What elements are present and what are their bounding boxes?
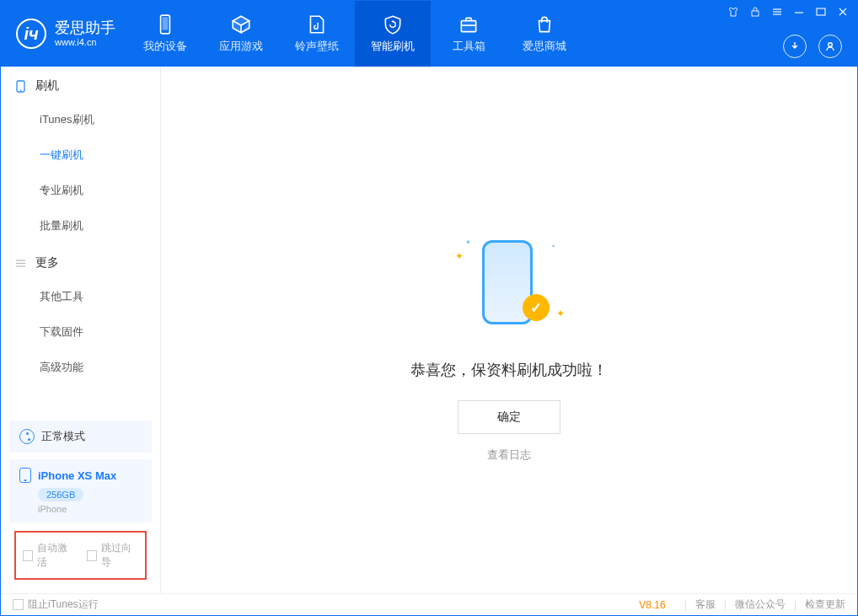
nav-my-device[interactable]: 我的设备 [127, 1, 203, 67]
close-icon[interactable] [837, 6, 849, 18]
sparkle-icon: ✦ [556, 308, 565, 319]
nav-toolbox[interactable]: 工具箱 [431, 1, 507, 67]
sidebar-item-oneclick-flash[interactable]: 一键刷机 [1, 137, 160, 173]
sparkle-icon: ✦ [465, 238, 471, 246]
mode-icon [19, 429, 35, 444]
checkbox-icon [23, 550, 33, 561]
svg-rect-2 [461, 21, 475, 32]
success-message: 恭喜您，保资料刷机成功啦！ [410, 360, 608, 380]
group-title: 更多 [35, 255, 59, 271]
sidebar-item-other-tools[interactable]: 其他工具 [1, 279, 160, 314]
wechat-link[interactable]: 微信公众号 [735, 597, 786, 612]
minimize-icon[interactable] [793, 6, 805, 18]
checkbox-auto-activate[interactable]: 自动激活 [23, 541, 75, 570]
mode-card[interactable]: 正常模式 [9, 420, 152, 453]
checkbox-label: 阻止iTunes运行 [28, 597, 99, 612]
list-icon [14, 257, 27, 270]
version-label: V8.16 [639, 599, 665, 611]
maximize-icon[interactable] [815, 6, 827, 18]
check-update-link[interactable]: 检查更新 [805, 597, 845, 612]
nav-label: 铃声壁纸 [295, 39, 339, 54]
nav-store[interactable]: 爱思商城 [507, 1, 582, 67]
svg-rect-9 [817, 8, 825, 15]
status-bar: 阻止iTunes运行 V8.16 | 客服 | 微信公众号 | 检查更新 [1, 593, 857, 615]
device-name: iPhone XS Max [38, 469, 116, 482]
main-nav: 我的设备 应用游戏 铃声壁纸 智能刷机 工具箱 爱思商城 [127, 1, 582, 67]
sparkle-icon: • [552, 242, 555, 249]
device-card[interactable]: iPhone XS Max 256GB iPhone [9, 459, 152, 522]
group-title: 刷机 [35, 78, 59, 94]
cube-icon [230, 13, 252, 35]
app-logo-icon: iч [16, 19, 46, 49]
user-button[interactable] [818, 35, 842, 58]
support-link[interactable]: 客服 [695, 597, 716, 612]
sidebar-item-itunes-flash[interactable]: iTunes刷机 [1, 102, 160, 137]
nav-ringtones[interactable]: 铃声壁纸 [279, 1, 355, 67]
bag-icon [534, 13, 555, 35]
svg-point-12 [829, 43, 833, 47]
checkbox-label: 跳过向导 [101, 541, 138, 570]
main-content: ✦ ✦ • ✦ ✓ 恭喜您，保资料刷机成功啦！ 确定 查看日志 [161, 67, 857, 593]
sparkle-icon: ✦ [455, 250, 464, 262]
menu-icon[interactable] [771, 6, 783, 18]
app-body: 刷机 iTunes刷机 一键刷机 专业刷机 批量刷机 更多 其他工具 下载固件 … [1, 67, 857, 593]
sidebar-bottom: 正常模式 iPhone XS Max 256GB iPhone 自动激活 跳过向… [1, 412, 160, 593]
success-illustration: ✦ ✦ • ✦ ✓ [450, 235, 568, 336]
sidebar: 刷机 iTunes刷机 一键刷机 专业刷机 批量刷机 更多 其他工具 下载固件 … [1, 67, 161, 593]
nav-smart-flash[interactable]: 智能刷机 [355, 1, 431, 67]
nav-label: 应用游戏 [219, 39, 263, 54]
music-file-icon [306, 13, 328, 35]
sidebar-item-pro-flash[interactable]: 专业刷机 [1, 173, 160, 208]
sidebar-group-flash: 刷机 [1, 67, 160, 102]
svg-rect-1 [163, 17, 169, 29]
checkbox-icon [87, 550, 97, 561]
nav-label: 爱思商城 [523, 39, 566, 54]
phone-outline-icon [14, 80, 27, 93]
shield-refresh-icon [382, 13, 404, 35]
device-icon [154, 13, 176, 35]
app-header: iч 爱思助手 www.i4.cn 我的设备 应用游戏 铃声壁纸 智能刷机 工具… [1, 1, 857, 67]
checkbox-block-itunes[interactable]: 阻止iTunes运行 [13, 597, 99, 612]
shirt-icon[interactable] [727, 6, 739, 18]
storage-badge: 256GB [38, 488, 83, 501]
sidebar-group-more: 更多 [1, 244, 160, 279]
svg-rect-4 [752, 11, 759, 16]
download-button[interactable] [783, 35, 807, 58]
view-log-link[interactable]: 查看日志 [487, 447, 531, 463]
sidebar-item-batch-flash[interactable]: 批量刷机 [1, 208, 160, 244]
svg-point-14 [20, 89, 22, 91]
briefcase-icon [458, 13, 480, 35]
app-title: 爱思助手 [55, 20, 115, 37]
sidebar-item-download-firmware[interactable]: 下载固件 [1, 314, 160, 350]
confirm-button[interactable]: 确定 [458, 400, 560, 434]
device-type: iPhone [38, 504, 142, 514]
window-controls [727, 6, 849, 18]
nav-label: 智能刷机 [371, 39, 415, 54]
nav-label: 我的设备 [143, 39, 187, 54]
phone-icon [19, 468, 31, 483]
mode-label: 正常模式 [41, 429, 85, 444]
checkbox-icon [13, 599, 24, 610]
app-subtitle: www.i4.cn [55, 37, 115, 47]
lock-icon[interactable] [749, 6, 761, 18]
checkbox-skip-guide[interactable]: 跳过向导 [87, 541, 139, 570]
nav-apps-games[interactable]: 应用游戏 [203, 1, 279, 67]
nav-label: 工具箱 [453, 39, 485, 54]
header-actions [783, 35, 842, 58]
checkbox-label: 自动激活 [37, 541, 74, 570]
logo-area: iч 爱思助手 www.i4.cn [1, 19, 127, 49]
sidebar-item-advanced[interactable]: 高级功能 [1, 350, 160, 385]
check-badge-icon: ✓ [523, 294, 550, 321]
options-highlight-box: 自动激活 跳过向导 [14, 531, 147, 580]
